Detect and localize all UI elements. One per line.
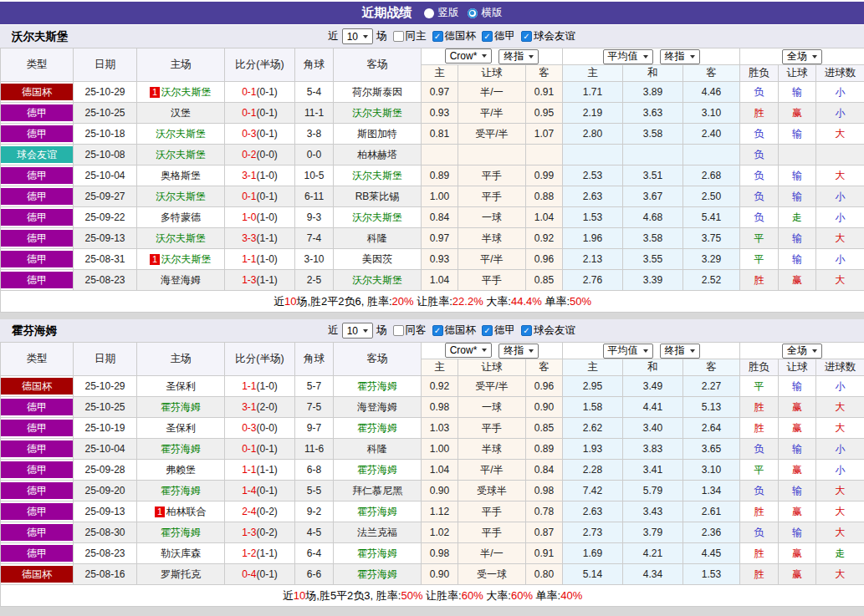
league-badge: 德甲 xyxy=(1,251,73,267)
avg-odds-cell: 3.89 xyxy=(623,82,683,103)
odds-time-select[interactable]: 终指 xyxy=(498,344,539,359)
same-venue-checkbox[interactable] xyxy=(393,31,404,42)
league-cell: 德甲 xyxy=(1,270,74,291)
scope-select[interactable]: 全场 xyxy=(782,344,822,359)
subcol-handicap-result: 让球 xyxy=(779,359,816,376)
home-team-name: 弗赖堡 xyxy=(166,464,196,476)
score-cell: 1-2(1-1) xyxy=(225,543,295,564)
handicap-cell: 平手 xyxy=(458,522,526,543)
date-cell: 25-08-23 xyxy=(74,543,137,564)
scope-select[interactable]: 全场 xyxy=(782,49,822,64)
league-checkbox-german-cup[interactable]: ✓ xyxy=(432,325,443,336)
subcol-goals: 进球数 xyxy=(816,359,864,376)
corner-cell: 9-2 xyxy=(295,501,334,522)
away-team-cell: 拜仁慕尼黑 xyxy=(334,481,422,501)
league-badge: 德甲 xyxy=(1,188,73,205)
result-cell: 小 xyxy=(816,207,864,228)
chevron-down-icon xyxy=(643,349,648,353)
fulltime-score: 0-4 xyxy=(242,568,256,580)
result-cell: 输 xyxy=(779,439,816,460)
result-cell xyxy=(779,145,816,165)
result-cell: 负 xyxy=(740,207,779,228)
subcol-avg-away: 客 xyxy=(683,65,740,82)
average-select[interactable]: 平均值 xyxy=(603,344,653,359)
avg-odds-cell: 4.41 xyxy=(623,397,683,418)
odds-cell: 0.97 xyxy=(422,82,458,103)
avg-time-select[interactable]: 终指 xyxy=(660,49,700,64)
avg-time-select[interactable]: 终指 xyxy=(660,344,700,359)
average-odds-group-header: 平均值终指 xyxy=(563,48,740,65)
league-badge: 德甲 xyxy=(1,545,73,562)
corner-cell: 5-5 xyxy=(295,481,334,501)
odds-cell: 0.78 xyxy=(526,501,563,522)
match-count-select[interactable]: 10 xyxy=(342,323,373,339)
away-team-cell: 科隆 xyxy=(334,228,422,249)
away-team-cell: 霍芬海姆 xyxy=(334,543,422,564)
home-team-name: 沃尔夫斯堡 xyxy=(161,86,212,98)
score-cell: 0-3(0-0) xyxy=(225,418,295,439)
result-cell: 胜 xyxy=(740,418,779,439)
league-badge: 德甲 xyxy=(1,209,73,226)
result-cell: 大 xyxy=(816,228,864,249)
league-checkbox-bundesliga[interactable]: ✓ xyxy=(482,325,493,336)
avg-odds-cell: 2.40 xyxy=(683,124,740,145)
radio-selected-icon[interactable] xyxy=(468,8,478,18)
league-badge: 德甲 xyxy=(1,503,73,520)
away-team-cell: 斯图加特 xyxy=(334,124,422,145)
average-select[interactable]: 平均值 xyxy=(603,49,653,64)
layout-radio-vertical[interactable]: 竖版 xyxy=(424,6,459,20)
league-badge: 德甲 xyxy=(1,399,73,415)
home-team-name: 沃尔夫斯堡 xyxy=(161,253,212,265)
date-cell: 25-10-04 xyxy=(74,439,137,460)
odds-time-select[interactable]: 终指 xyxy=(498,49,539,64)
result-cell: 赢 xyxy=(779,460,816,481)
result-cell: 小 xyxy=(816,376,864,397)
fulltime-score: 0-1 xyxy=(242,191,256,202)
result-cell: 赢 xyxy=(779,397,816,418)
league-label-german-cup: 德国杯 xyxy=(445,29,477,43)
subcol-win-lose: 胜负 xyxy=(740,65,779,82)
home-team-name: 奥格斯堡 xyxy=(161,170,201,181)
away-team-name: 沃尔夫斯堡 xyxy=(352,211,402,223)
avg-odds-cell: 2.63 xyxy=(563,186,623,207)
match-count-select[interactable]: 10 xyxy=(342,28,373,44)
same-venue-checkbox[interactable] xyxy=(393,325,404,336)
fulltime-score: 3-3 xyxy=(242,232,256,244)
handicap-cell: 半球 xyxy=(458,439,526,460)
halftime-score: (1-0) xyxy=(257,170,278,181)
league-checkbox-friendly[interactable]: ✓ xyxy=(521,325,532,336)
home-team-cell: 奥格斯堡 xyxy=(137,165,225,186)
away-team-name: RB莱比锡 xyxy=(355,191,400,202)
away-team-name: 霍芬海姆 xyxy=(357,464,397,476)
score-cell: 1-1(1-0) xyxy=(225,249,295,270)
league-checkbox-german-cup[interactable]: ✓ xyxy=(432,31,443,42)
avg-odds-cell: 1.69 xyxy=(563,543,623,564)
odds-cell: 0.91 xyxy=(526,82,563,103)
bookmaker-select[interactable]: Crow* xyxy=(445,48,493,64)
avg-odds-cell: 1.53 xyxy=(563,207,623,228)
score-cell: 1-3(0-2) xyxy=(225,522,295,543)
bookmaker-select[interactable]: Crow* xyxy=(445,343,493,358)
league-checkbox-bundesliga[interactable]: ✓ xyxy=(482,31,493,42)
league-cell: 德甲 xyxy=(1,418,74,439)
near-label: 近 xyxy=(328,323,339,338)
col-header-type: 类型 xyxy=(1,343,74,376)
home-team-name: 汉堡 xyxy=(171,107,191,119)
radio-icon[interactable] xyxy=(424,8,434,18)
page-title: 近期战绩 xyxy=(362,5,412,21)
halftime-score: (1-1) xyxy=(257,232,278,244)
halftime-score: (0-1) xyxy=(257,128,278,140)
summary-row: 近10场,胜2平2负6, 胜率:20% 让胜率:22.2% 大率:44.4% 单… xyxy=(1,291,864,313)
away-team-name: 沃尔夫斯堡 xyxy=(352,274,402,286)
league-badge: 德甲 xyxy=(1,482,73,499)
layout-radio-horizontal[interactable]: 横版 xyxy=(468,6,503,20)
title-bar: 近期战绩 竖版 横版 xyxy=(0,2,864,25)
chevron-down-icon xyxy=(812,55,817,59)
chevron-down-icon xyxy=(643,55,648,59)
away-team-cell: 霍芬海姆 xyxy=(334,376,422,397)
odds-cell: 0.90 xyxy=(422,564,458,585)
result-cell: 小 xyxy=(816,439,864,460)
odds-cell: 1.07 xyxy=(526,124,563,145)
league-checkbox-friendly[interactable]: ✓ xyxy=(521,31,532,42)
fulltime-score: 3-1 xyxy=(242,170,256,181)
